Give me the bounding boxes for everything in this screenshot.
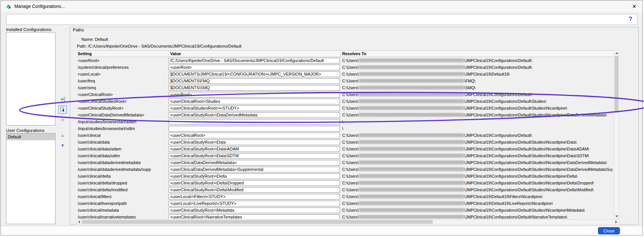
table-row[interactable]: /user/smq C:\Users\\SMQ\	[76, 84, 614, 91]
value-input[interactable]	[169, 71, 340, 77]
value-input[interactable]	[169, 58, 340, 64]
table-row[interactable]: /user/clinical/dataderivedmetadata C:\Us…	[76, 159, 614, 166]
value-input[interactable]	[169, 153, 340, 159]
value-input[interactable]	[169, 146, 340, 152]
value-input[interactable]	[169, 92, 340, 98]
column-header-value[interactable]: Value	[169, 51, 341, 57]
scroll-down-icon[interactable]	[615, 215, 618, 217]
value-input[interactable]	[169, 105, 340, 111]
table-row[interactable]: /input/studies/browsestart/adam \	[76, 118, 614, 125]
close-button[interactable]: Close	[598, 227, 620, 234]
column-header-resolves-to[interactable]: Resolves To	[341, 51, 612, 57]
resolves-suffix: \FMQ\	[464, 79, 475, 83]
delete-configuration-button[interactable]: ✕	[58, 116, 67, 124]
horizontal-scrollbar[interactable]	[76, 219, 619, 225]
setting-cell: <userClinicalDataDerivedMetadata>	[76, 113, 169, 117]
table-row[interactable]: /user/clinical/data/sdtm C:\Users\\JMPCl…	[76, 152, 614, 159]
table-row[interactable]: /user/clinical/delta C:\Users\\JMPClinic…	[76, 173, 614, 180]
table-row[interactable]: /system/clinical/preferences C:\Users\\J…	[76, 64, 614, 71]
resolves-suffix: \JMPClinical19\Configurations\Default\St…	[464, 187, 594, 192]
select-configuration-button[interactable]	[58, 105, 67, 114]
setting-cell: /user/clinical	[76, 133, 169, 138]
redacted-username-blur	[359, 153, 464, 158]
value-input[interactable]	[169, 65, 340, 70]
table-row[interactable]: /user/clinical/metadata C:\Users\\JMPCli…	[76, 207, 614, 214]
value-input[interactable]	[169, 112, 340, 118]
table-row[interactable]: <userClinicalStudiesRoot> C:\Users\\JMPC…	[76, 98, 614, 105]
path-label: Path:	[77, 44, 87, 48]
table-row[interactable]: /user/clinical/narrativetemplates C:\Use…	[76, 214, 614, 219]
value-input[interactable]	[169, 133, 340, 138]
table-row[interactable]: /user/fmq C:\Users\\FMQ\	[76, 77, 614, 84]
setting-cell: /system/clinical/preferences	[76, 65, 169, 70]
value-input[interactable]	[169, 173, 340, 179]
import-configuration-button[interactable]	[58, 95, 67, 104]
vertical-scrollbar-thumb[interactable]	[615, 56, 618, 113]
table-row[interactable]: /user/clinical/dataderivedmetadata/supp …	[76, 166, 614, 173]
value-cell	[169, 153, 341, 159]
window-close-icon[interactable]: ✕	[628, 1, 640, 12]
move-down-button[interactable]: ▼	[58, 141, 67, 150]
value-input[interactable]	[169, 85, 340, 91]
scroll-left-icon[interactable]	[78, 220, 80, 223]
value-input[interactable]	[169, 194, 340, 200]
column-header-setting[interactable]: Setting	[76, 51, 169, 57]
value-input[interactable]	[169, 167, 340, 172]
table-row[interactable]: <userClinicalRoot> C:\Users\\JMPClinical…	[76, 91, 614, 98]
redacted-username-blur	[359, 160, 464, 164]
value-input[interactable]	[169, 99, 340, 104]
table-row[interactable]: /user/clinical/data/adam C:\Users\\JMPCl…	[76, 146, 614, 152]
user-configurations-list[interactable]: Default	[6, 133, 55, 224]
table-row[interactable]: /user/clinical C:\Users\\JMPClinical19\C…	[76, 132, 614, 139]
scroll-up-icon[interactable]	[615, 52, 618, 54]
redacted-username-blur	[359, 106, 464, 110]
setting-cell: /user/clinical/delta/dropped	[76, 181, 169, 185]
delete-icon: ✕	[61, 117, 65, 123]
table-row[interactable]: /user/clinical/delta/modified C:\Users\\…	[76, 186, 614, 193]
help-icon[interactable]: ?	[629, 16, 632, 23]
value-input[interactable]	[169, 180, 340, 186]
resolves-suffix: \SMQ\	[464, 85, 476, 90]
resolves-to-cell: C:\Users\\JMPClinical19\Configurations\D…	[341, 106, 612, 110]
scroll-right-icon[interactable]	[615, 220, 617, 223]
redacted-username-blur	[359, 99, 464, 103]
user-configurations-label: User Configurations	[6, 128, 45, 133]
resolves-to-cell: C:\Users\\JMPClinical19\Configurations\D…	[341, 58, 612, 63]
table-row[interactable]: /user/clinical/filters C:\Users\\JMPClin…	[76, 193, 614, 200]
table-row[interactable]: <userClinicalStudyRoot> C:\Users\\JMPCli…	[76, 105, 614, 112]
value-input[interactable]	[169, 214, 340, 219]
table-row[interactable]: <userRoot> C:\Users\\JMPClinical19\Confi…	[76, 57, 614, 64]
user-configuration-item[interactable]: Default	[6, 133, 55, 140]
value-input[interactable]	[169, 78, 340, 84]
value-input[interactable]	[169, 160, 340, 166]
table-row[interactable]: <userLocal> C:\Users\\JMPClinical19\Defa…	[76, 71, 614, 77]
resolves-prefix: C:\Users\	[342, 215, 359, 219]
resolves-suffix: \JMPClinical19\Configurations\Default\St…	[464, 174, 578, 178]
table-row[interactable]: /input/studies/browsestart/sdtm \	[76, 125, 614, 132]
table-row[interactable]: /user/clinical/livereportpath C:\Users\\…	[76, 200, 614, 207]
value-cell	[169, 187, 341, 193]
table-row[interactable]: <userClinicalDataDerivedMetadata> C:\Use…	[76, 112, 614, 118]
resolves-prefix: C:\Users\	[342, 65, 359, 70]
table-row[interactable]: /user/clinical/data C:\Users\\JMPClinica…	[76, 139, 614, 146]
value-cell	[169, 180, 341, 186]
value-input[interactable]	[169, 119, 340, 125]
installed-configurations-list[interactable]	[6, 32, 55, 125]
table-row[interactable]: /user/clinical/delta/dropped C:\Users\\J…	[76, 180, 614, 186]
value-cell	[169, 105, 341, 111]
move-up-button[interactable]: ▲	[58, 131, 67, 139]
setting-cell: /user/clinical/delta	[76, 174, 169, 178]
value-input[interactable]	[169, 126, 340, 132]
redacted-username-blur	[359, 215, 464, 219]
value-input[interactable]	[169, 208, 340, 213]
value-input[interactable]	[169, 187, 340, 193]
name-value: Default	[95, 37, 108, 42]
resolves-suffix: \JMPClinical19\Configurations\Default\St…	[464, 99, 546, 104]
horizontal-scrollbar-thumb[interactable]	[82, 220, 433, 224]
setting-cell: <userClinicalStudyRoot>	[76, 106, 169, 110]
config-name-line: Name: Default	[81, 37, 108, 42]
value-input[interactable]	[169, 139, 340, 145]
value-input[interactable]	[169, 201, 340, 206]
path-value: /C:/Users/thpede/OneDrive - SAS/Document…	[88, 44, 241, 48]
vertical-scrollbar[interactable]	[614, 50, 619, 219]
